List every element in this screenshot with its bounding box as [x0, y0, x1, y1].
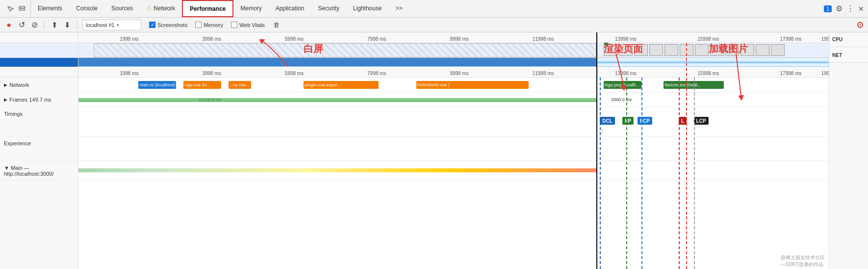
sidebar-row-timings[interactable]: Timings: [0, 107, 78, 136]
network-bar-main-ts[interactable]: main.ts (localhost): [138, 81, 176, 89]
screenshot-thumb[interactable]: [664, 44, 678, 56]
badge-l: L: [679, 117, 687, 125]
screenshot-strip: [78, 43, 829, 58]
frames-track-row: 10199.8 ms 2000.0 ms: [78, 92, 829, 107]
tab-lighthouse[interactable]: Lighthouse: [346, 0, 389, 17]
tick-3998: 3998 ms: [202, 36, 221, 42]
tick2-7998: 7998 ms: [367, 71, 386, 76]
frames-arrow: ▶: [4, 97, 7, 102]
time-ruler-top: 1998 ms 3998 ms 5998 ms 7998 ms 9998 ms …: [78, 32, 829, 43]
tab-bar: Elements Console Sources ⚠ Network Perfo…: [0, 0, 868, 18]
screenshot-thumb[interactable]: [634, 44, 648, 56]
network-bar-logo[interactable]: logo.png (localh...: [604, 81, 641, 89]
tick-17998: 17998 ms: [780, 36, 802, 42]
record-button[interactable]: ●: [4, 20, 14, 30]
devtools-icons: [2, 0, 31, 17]
tick-19998: 19998 m: [821, 36, 829, 42]
screenshots-check-icon: ✓: [149, 22, 155, 28]
black-vline: [596, 58, 597, 66]
white-screen-hatch: [94, 43, 596, 57]
screenshots-checkbox[interactable]: ✓ Screenshots: [149, 22, 187, 28]
memory-check-icon: [195, 22, 202, 28]
reload-button[interactable]: ↺: [17, 20, 26, 30]
screenshot-thumb[interactable]: [740, 44, 754, 56]
source-select[interactable]: localhost #1 ▾: [82, 20, 141, 30]
tab-network[interactable]: ⚠ Network: [140, 0, 182, 17]
trash-button[interactable]: 🗑: [272, 21, 281, 29]
timings-track-row: DCL FP FCP L LCP: [78, 107, 829, 136]
sidebar-row-network[interactable]: ▶ Network: [0, 78, 78, 92]
right-panel: CPU NET: [829, 32, 868, 269]
devtools-close-icon[interactable]: ✕: [858, 5, 864, 13]
tab-performance[interactable]: Performance: [182, 0, 233, 17]
main-pane: ▶ Network ▶ Frames 149.7 ms Timings Expe…: [0, 32, 868, 269]
cursor-icon[interactable]: [6, 4, 15, 13]
web-vitals-checkbox[interactable]: Web Vitals: [231, 22, 265, 28]
network-arrow: ▶: [4, 82, 7, 87]
screenshot-thumb[interactable]: [680, 44, 693, 56]
sidebar-row-main[interactable]: ▼ Main — http://localhost:3000/: [0, 161, 78, 181]
cpu-bar-row: [78, 58, 829, 67]
sidebar-labels: ▶ Network ▶ Frames 149.7 ms Timings Expe…: [0, 32, 78, 269]
tick2-9998: 9998 ms: [450, 71, 468, 76]
tick2-5998: 5998 ms: [285, 71, 304, 76]
screenshot-thumb[interactable]: [725, 44, 739, 56]
layers-icon[interactable]: [18, 4, 26, 13]
ruler-left: [0, 32, 78, 43]
timing-spike: [602, 128, 602, 134]
ruler2-left: [0, 67, 78, 78]
badge-fcp: FCP: [638, 117, 652, 125]
screenshot-thumb[interactable]: [695, 44, 709, 56]
tab-memory[interactable]: Memory: [233, 0, 268, 17]
screenshot-thumb[interactable]: [619, 44, 633, 56]
network-bar-plugin[interactable]: plugin-vue:expor...: [304, 81, 379, 89]
screenshot-marker: [604, 43, 609, 47]
network-bar-favicon[interactable]: favicon.ico (local...: [664, 81, 723, 89]
svg-rect-0: [19, 6, 25, 8]
tick2-13998: 13998 ms: [615, 71, 637, 76]
tick2-3998: 3998 ms: [202, 71, 221, 76]
screenshot-thumb[interactable]: [649, 44, 663, 56]
sidebar-row-frames[interactable]: ▶ Frames 149.7 ms: [0, 92, 78, 107]
tab-right-icons: 1 ⚙ ⋮ ✕: [824, 4, 866, 13]
tick2-1998: 1998 ms: [120, 71, 138, 76]
svg-rect-1: [19, 9, 25, 10]
network-bar-helloworld[interactable]: HelloWorld.vue (: [416, 81, 529, 89]
tab-elements[interactable]: Elements: [31, 0, 69, 17]
screenshot-thumbnails: [604, 44, 829, 56]
timeline-content[interactable]: 1998 ms 3998 ms 5998 ms 7998 ms 9998 ms …: [78, 32, 829, 269]
screenshot-thumb[interactable]: [771, 44, 785, 56]
screenshot-thumb[interactable]: [710, 44, 724, 56]
sidebar-row-experience[interactable]: Experience: [0, 136, 78, 161]
notification-badge: 1: [824, 5, 832, 12]
devtools-more-icon[interactable]: ⋮: [846, 4, 854, 13]
download-button[interactable]: ⬇: [62, 20, 72, 30]
badge-fp: FP: [622, 117, 634, 125]
tick2-11998: 11998 ms: [533, 71, 554, 76]
tab-more[interactable]: >>: [389, 0, 409, 17]
network-bar-misc[interactable]: ...ny mis...: [229, 81, 251, 89]
tab-security[interactable]: Security: [311, 0, 346, 17]
network-warning-icon: ⚠: [147, 5, 152, 11]
clear-button[interactable]: ⊘: [29, 20, 39, 30]
screenshot-thumb[interactable]: [756, 44, 769, 56]
badge-dcl: DCL: [600, 117, 615, 125]
badge-lcp: LCP: [694, 117, 709, 125]
upload-button[interactable]: ⬆: [50, 20, 59, 30]
devtools-settings-icon[interactable]: ⚙: [836, 4, 842, 13]
right-panel-cpu: CPU: [829, 32, 868, 47]
cpu-tail-bar: [596, 61, 829, 63]
memory-checkbox[interactable]: Memory: [195, 22, 223, 28]
tick-15998: 15998 ms: [697, 36, 719, 42]
tab-application[interactable]: Application: [269, 0, 311, 17]
frames-duration-2: 2000.0 ms: [611, 97, 632, 102]
network-bar-app-vue[interactable]: App.vue (lo...: [183, 81, 221, 89]
source-select-arrow: ▾: [117, 23, 119, 27]
network-track-row: main.ts (localhost) App.vue (lo... ...ny…: [78, 78, 829, 92]
right-panel-net: NET: [829, 48, 868, 63]
cpu-main-bar: [78, 58, 596, 66]
tick-5998: 5998 ms: [285, 36, 304, 42]
tab-sources[interactable]: Sources: [104, 0, 140, 17]
performance-settings-icon[interactable]: ⚙: [856, 20, 864, 30]
tab-console[interactable]: Console: [69, 0, 104, 17]
